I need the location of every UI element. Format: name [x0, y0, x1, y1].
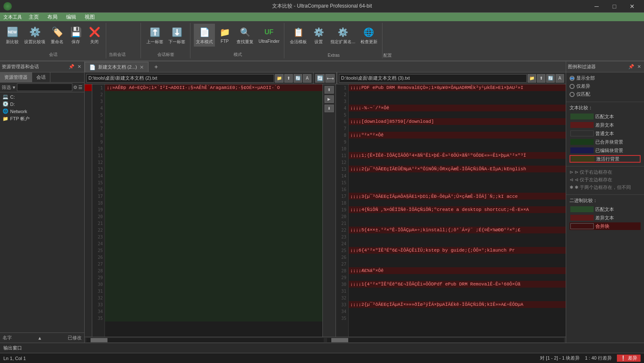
- dropdown-arrow-icon: ▼: [12, 85, 16, 90]
- tree-item-ftp[interactable]: 📁 FTP 帐户: [1, 115, 83, 123]
- legend-item-match[interactable]: 匹配文本: [570, 113, 641, 120]
- menu-item-view[interactable]: 视图: [81, 14, 98, 21]
- config-button[interactable]: ⚙️ 设置: [310, 24, 328, 47]
- filter-input[interactable]: [17, 83, 72, 91]
- menu-item-layout[interactable]: 布局: [44, 14, 61, 21]
- tab-close-button[interactable]: ✕: [140, 64, 144, 70]
- match-only-option[interactable]: 仅匹配: [570, 91, 641, 97]
- output-label: 输出窗口: [3, 345, 22, 351]
- new-compare-button[interactable]: 🆕 新比较: [3, 24, 21, 47]
- binary-match[interactable]: 匹配文本: [570, 205, 641, 213]
- diff-down-button[interactable]: ⬇: [325, 105, 334, 112]
- tree-item-c[interactable]: 💻 C:: [1, 93, 83, 100]
- tab-explorer[interactable]: 资源管理器: [0, 72, 32, 82]
- close-button[interactable]: ✕: [624, 0, 641, 13]
- diff-up-button[interactable]: ⬆: [325, 86, 334, 94]
- left-line-num-29: 29: [92, 274, 105, 281]
- minimize-button[interactable]: ─: [588, 0, 605, 13]
- tab-icon: 📄: [89, 64, 96, 70]
- next-tab-button[interactable]: ⬇️ 下一标签: [166, 24, 187, 47]
- right-path-up-button[interactable]: ⬆: [537, 74, 545, 83]
- right-line-content-5: [349, 111, 566, 118]
- left-diff-spacer-7: [85, 125, 92, 132]
- legend-item-active-row[interactable]: 激活行背景: [570, 155, 641, 163]
- next-tab-label: 下一标签: [168, 39, 185, 45]
- diff-right-button[interactable]: ▶: [325, 95, 334, 103]
- find-dups-button[interactable]: 🔍 查找重复: [234, 24, 256, 47]
- right-panel-header: 图例和过滤器 📌 ✕: [566, 61, 644, 72]
- check-updates-button[interactable]: 🌐 检查更新: [358, 24, 380, 47]
- right-line-num-19: 19: [336, 206, 348, 213]
- left-path-refresh-button[interactable]: 🔄: [294, 74, 302, 83]
- menu-item-edit[interactable]: 编辑: [63, 14, 80, 21]
- extensions-button[interactable]: ⚙️ 指定扩展名...: [328, 24, 357, 47]
- left-path-browse-button[interactable]: 📁: [275, 74, 283, 83]
- ftp-button[interactable]: 📁 FTP: [216, 24, 234, 45]
- left-line-num-10: 10: [92, 145, 105, 152]
- right-panel-pin-button[interactable]: 📌: [628, 64, 635, 70]
- settings-button[interactable]: ⚙️ 设置比较项: [22, 24, 47, 47]
- refresh-compare-button[interactable]: 🔄: [315, 74, 325, 83]
- left-diff-content[interactable]: ¡¡»AÊÐp Aé÷EÇÒ»;ì×`I²I¬ADOII·¡§»AÊhÊ`Ara…: [105, 84, 322, 337]
- right-path-swap-button[interactable]: A: [556, 74, 564, 83]
- menu-item-home[interactable]: 主页: [25, 14, 42, 21]
- right-line-num-13: 13: [336, 166, 348, 172]
- right-line-content-13: ¡¡¡¡2{µ¯³ôÃEEçÏÃEÛÊNµA°²×ºÔîNÔÑ;ÔRxçÃæÊ-…: [349, 166, 566, 172]
- left-h-scroll[interactable]: [86, 338, 324, 342]
- show-all-option[interactable]: 显示全部: [570, 75, 641, 81]
- text-mode-button[interactable]: 📄 文本模式: [194, 24, 215, 47]
- save-button[interactable]: 💾 保存: [67, 24, 85, 47]
- toolbar-group-session: 🆕 新比较 ⚙️ 设置比较项 🏷️ 重命名 💾 保存 ❌ 关闭 会话: [1, 23, 106, 58]
- diff-only-option[interactable]: 仅差异: [570, 83, 641, 89]
- right-h-scroll-thumb[interactable]: [331, 338, 348, 342]
- binary-diff[interactable]: 差异文本: [570, 214, 641, 222]
- legend-item-normal[interactable]: 普通文本: [570, 130, 641, 137]
- right-line-content-21: [349, 220, 566, 227]
- right-path-refresh-button[interactable]: 🔄: [546, 74, 555, 83]
- legend-item-diff[interactable]: 差异文本: [570, 121, 641, 129]
- left-line-content-33: [105, 301, 322, 308]
- binary-merge[interactable]: 合并块: [570, 222, 641, 230]
- left-line-num-12: 12: [92, 159, 105, 166]
- panel-pin-button[interactable]: 📌: [68, 64, 75, 70]
- left-path-input[interactable]: [86, 74, 274, 83]
- tree-item-network[interactable]: 🌐 Network: [1, 108, 83, 115]
- tree-item-d[interactable]: 💽 D:: [1, 100, 83, 108]
- merged-bg-label: 已合并块背景: [595, 139, 623, 145]
- tab-document[interactable]: 📄 新建文本文档 (2...) ✕: [85, 62, 149, 72]
- diff-only-radio: [570, 84, 575, 89]
- swap-files-button[interactable]: ⟷: [325, 74, 335, 83]
- prev-tab-button[interactable]: ⬆️ 上一标签: [144, 24, 165, 47]
- rename-button[interactable]: 🏷️ 重命名: [48, 24, 66, 47]
- right-path-input[interactable]: [339, 74, 527, 83]
- legend-item-edited-bg[interactable]: 已编辑块背景: [570, 147, 641, 154]
- left-line-content-35: [105, 315, 322, 321]
- filter-section: 显示全部 仅差异 仅匹配: [566, 72, 644, 102]
- new-compare-icon: 🆕: [6, 25, 19, 39]
- left-line-num-18: 18: [92, 200, 105, 206]
- right-panel-close-button[interactable]: ✕: [636, 64, 642, 70]
- left-line-num-1: 1: [92, 84, 105, 91]
- tab-add[interactable]: ＋: [149, 62, 163, 72]
- right-line-content-11: ¡¡¡¡1;{Ê×ÏÊê-ÏÔÃÇÏÃÔÕ²4×ãÑ°Êì×þÉ-Ê»¹6ÔÚ×…: [349, 152, 566, 159]
- right-line-num-16: 16: [336, 186, 348, 193]
- right-h-scroll[interactable]: [327, 338, 564, 342]
- right-path-browse-button[interactable]: 📁: [528, 74, 536, 83]
- filter-icons-button[interactable]: ⚙: [73, 85, 77, 90]
- template-button[interactable]: 📋 会活模板: [288, 24, 309, 47]
- left-h-scroll-thumb[interactable]: [91, 338, 107, 342]
- right-diff-content[interactable]: ¡¡¡¡PDF ePub DRM RemovalEÇÒ»;ì×0µ¥0×ÔAµA…: [349, 84, 566, 337]
- close-session-button[interactable]: ❌ 关闭: [85, 24, 103, 47]
- tab-sessions[interactable]: 会话: [32, 72, 50, 82]
- left-path-up-button[interactable]: ⬆: [284, 74, 293, 83]
- ultrafinder-button[interactable]: UF UltraFinder: [256, 24, 281, 45]
- maximize-button[interactable]: □: [606, 0, 623, 13]
- list-view-button[interactable]: ☰: [78, 85, 83, 90]
- horizontal-scrollbar[interactable]: [85, 337, 566, 343]
- legend-item-merged-bg[interactable]: 已合并块背景: [570, 138, 641, 146]
- left-path-swap-button[interactable]: A: [303, 74, 311, 83]
- right-line-num-12: 12: [336, 159, 348, 166]
- left-line-content-19: [105, 206, 322, 213]
- right-line-content-8: ¡¡¡¡º²×º²×Ôê: [349, 132, 566, 139]
- panel-close-button[interactable]: ✕: [76, 64, 83, 70]
